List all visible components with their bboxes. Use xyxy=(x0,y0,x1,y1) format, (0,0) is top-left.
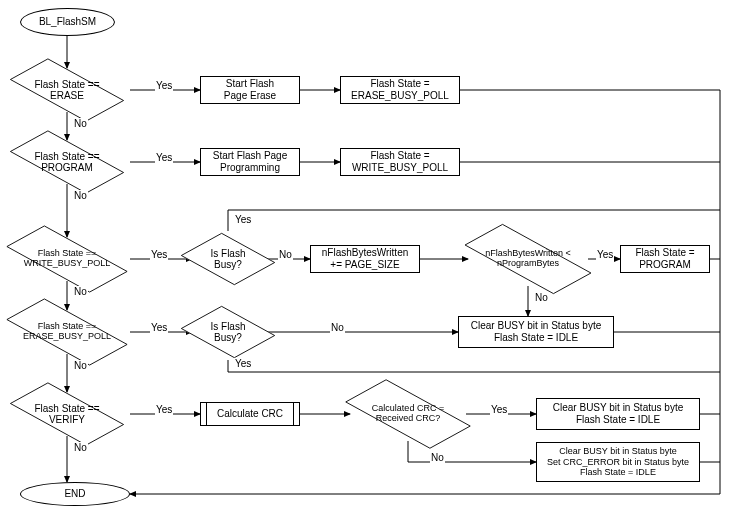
action-crc-ok: Clear BUSY bit in Status byteFlash State… xyxy=(536,398,700,430)
end-label: END xyxy=(64,488,85,500)
decision-erase-busy-label: Flash State ==ERASE_BUSY_POLL xyxy=(8,305,126,359)
action-state-program: Flash State =PROGRAM xyxy=(620,245,710,273)
action-label: Start Flash PageProgramming xyxy=(213,150,287,174)
decision-busy-label: Is FlashBusy? xyxy=(190,230,266,288)
decision-erase-label: Flash State ==ERASE xyxy=(13,63,121,117)
decision-program-label: Flash State ==PROGRAM xyxy=(13,135,121,189)
edge-label: No xyxy=(73,190,88,201)
edge-label: No xyxy=(330,322,345,333)
decision-program: Flash State ==PROGRAM xyxy=(13,135,121,189)
action-state-write-busy: Flash State =WRITE_BUSY_POLL xyxy=(340,148,460,176)
decision-write-busy-label: Flash State ==WRITE_BUSY_POLL xyxy=(8,232,126,286)
start-label: BL_FlashSM xyxy=(39,16,96,28)
edge-label: Yes xyxy=(234,358,252,369)
action-calculate-crc: Calculate CRC xyxy=(200,402,300,426)
edge-label: Yes xyxy=(596,249,614,260)
action-increment-bytes: nFlashBytesWritten+= PAGE_SIZE xyxy=(310,245,420,273)
terminal-start: BL_FlashSM xyxy=(20,8,115,36)
action-label: nFlashBytesWritten+= PAGE_SIZE xyxy=(322,247,409,271)
action-start-program: Start Flash PageProgramming xyxy=(200,148,300,176)
edge-label: No xyxy=(73,442,88,453)
edge-label: Yes xyxy=(234,214,252,225)
edge-label: No xyxy=(73,118,88,129)
decision-is-flash-busy-1: Is FlashBusy? xyxy=(190,230,266,288)
action-label: Clear BUSY bit in Status byteSet CRC_ERR… xyxy=(547,446,689,478)
action-label: Flash State =ERASE_BUSY_POLL xyxy=(351,78,449,102)
decision-erase: Flash State ==ERASE xyxy=(13,63,121,117)
edge-label: No xyxy=(73,286,88,297)
decision-bytes-label: nFlashBytesWritten <nProgramBytes xyxy=(465,232,591,286)
edge-label: Yes xyxy=(150,249,168,260)
edge-label: Yes xyxy=(155,152,173,163)
action-label: Flash State =WRITE_BUSY_POLL xyxy=(352,150,448,174)
decision-bytes-compare: nFlashBytesWritten <nProgramBytes xyxy=(465,232,591,286)
action-clear-busy-idle: Clear BUSY bit in Status byteFlash State… xyxy=(458,316,614,348)
decision-verify-label: Flash State ==VERIFY xyxy=(13,387,121,441)
action-label: Clear BUSY bit in Status byteFlash State… xyxy=(553,402,683,426)
action-start-erase: Start FlashPage Erase xyxy=(200,76,300,104)
action-label: Clear BUSY bit in Status byteFlash State… xyxy=(471,320,601,344)
decision-write-busy-poll: Flash State ==WRITE_BUSY_POLL xyxy=(8,232,126,286)
edge-label: No xyxy=(278,249,293,260)
decision-crc-label: Calculated CRC =Received CRC? xyxy=(348,385,468,443)
decision-is-flash-busy-2: Is FlashBusy? xyxy=(190,303,266,361)
action-label: Flash State =PROGRAM xyxy=(635,247,694,271)
action-crc-error: Clear BUSY bit in Status byteSet CRC_ERR… xyxy=(536,442,700,482)
action-state-erase-busy: Flash State =ERASE_BUSY_POLL xyxy=(340,76,460,104)
action-label: Start FlashPage Erase xyxy=(224,78,276,102)
action-label: Calculate CRC xyxy=(217,408,283,420)
edge-label: No xyxy=(73,360,88,371)
edge-label: Yes xyxy=(155,80,173,91)
edge-label: Yes xyxy=(490,404,508,415)
edge-label: No xyxy=(430,452,445,463)
decision-crc-match: Calculated CRC =Received CRC? xyxy=(348,385,468,443)
edge-label: Yes xyxy=(150,322,168,333)
decision-erase-busy-poll: Flash State ==ERASE_BUSY_POLL xyxy=(8,305,126,359)
decision-busy-label: Is FlashBusy? xyxy=(190,303,266,361)
edge-label: Yes xyxy=(155,404,173,415)
decision-verify: Flash State ==VERIFY xyxy=(13,387,121,441)
edge-label: No xyxy=(534,292,549,303)
terminal-end: END xyxy=(20,482,130,506)
